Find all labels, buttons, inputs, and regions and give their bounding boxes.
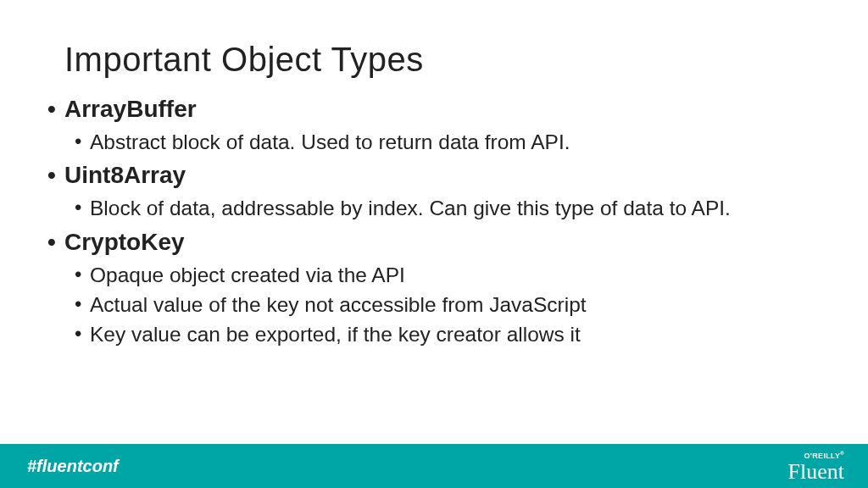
- sub-list: Opaque object created via the API Actual…: [64, 262, 809, 348]
- sub-item: Actual value of the key not accessible f…: [90, 291, 809, 318]
- brand-block: O'REILLY® Fluent: [788, 451, 844, 481]
- item-heading: CryptoKey: [64, 227, 809, 257]
- sub-list: Abstract block of data. Used to return d…: [64, 129, 809, 155]
- slide-title: Important Object Types: [64, 41, 809, 79]
- list-item: ArrayBuffer Abstract block of data. Used…: [64, 94, 809, 155]
- outline-list: ArrayBuffer Abstract block of data. Used…: [64, 94, 809, 348]
- footer-bar: #fluentconf O'REILLY® Fluent: [0, 444, 868, 488]
- sub-item: Abstract block of data. Used to return d…: [90, 129, 809, 155]
- item-heading: Uint8Array: [64, 160, 809, 190]
- sub-list: Block of data, addressable by index. Can…: [64, 195, 809, 221]
- list-item: CryptoKey Opaque object created via the …: [64, 227, 809, 348]
- registered-icon: ®: [840, 451, 844, 456]
- hashtag-label: #fluentconf: [27, 457, 119, 476]
- sub-item: Block of data, addressable by index. Can…: [90, 195, 809, 221]
- list-item: Uint8Array Block of data, addressable by…: [64, 160, 809, 221]
- slide: Important Object Types ArrayBuffer Abstr…: [0, 0, 868, 488]
- sub-item: Opaque object created via the API: [90, 262, 809, 288]
- item-heading: ArrayBuffer: [64, 94, 809, 124]
- sub-item: Key value can be exported, if the key cr…: [90, 321, 809, 347]
- slide-content: Important Object Types ArrayBuffer Abstr…: [0, 0, 868, 444]
- fluent-logo: Fluent: [788, 462, 844, 481]
